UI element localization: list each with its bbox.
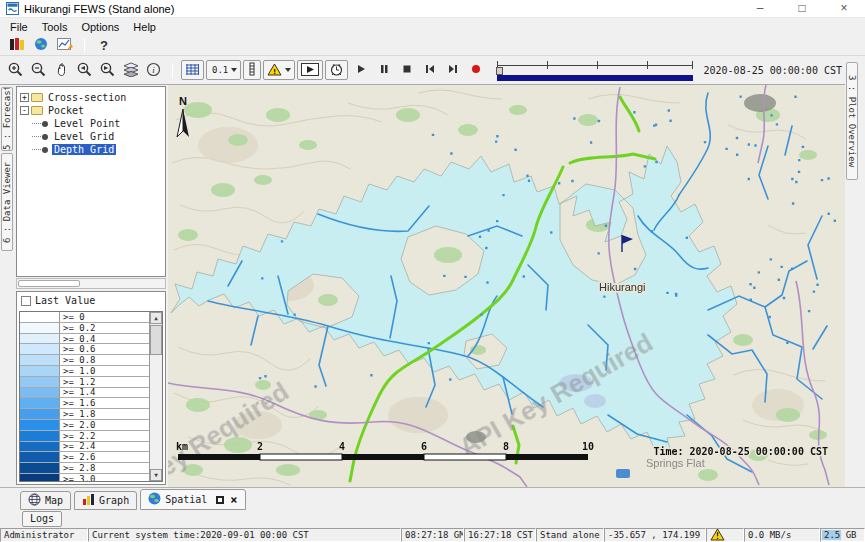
menu-item-tools[interactable]: Tools [35,20,75,34]
info-button[interactable]: i [142,59,165,81]
tree-horizontal-scrollbar[interactable] [16,278,166,289]
legend-row-1-8[interactable]: >= 1.8 [20,409,162,420]
layers-button[interactable] [119,59,142,81]
pan-hand-button[interactable] [50,59,73,81]
zoom-out-button[interactable] [27,59,50,81]
globe-button[interactable] [29,36,53,54]
play-button[interactable] [349,59,372,81]
record-button[interactable] [464,59,487,81]
tab-maximize-icon[interactable] [216,496,224,504]
svg-text:!: ! [273,67,276,76]
last-value-checkbox[interactable] [21,296,31,306]
tab-graph[interactable]: Graph [74,491,137,510]
pause-button[interactable] [372,59,395,81]
scroll-up-icon[interactable]: ▲ [150,312,162,324]
zoom-out-icon [30,61,47,80]
zoom-next-button[interactable] [96,59,119,81]
legend-row-0-4[interactable]: >= 0.4 [20,334,162,345]
legend-value-label: >= 2.4 [60,441,96,451]
scroll-down-icon[interactable]: ▼ [150,469,162,481]
tree-node-level-point[interactable]: Level Point [17,117,165,130]
tab-close-icon[interactable]: × [230,495,237,505]
status-memory: 2.5 GB [820,528,865,542]
close-button[interactable]: × [823,0,865,18]
animation-button[interactable] [297,60,323,80]
map-toolbar: i0.1!2020-08-25 00:00:00 CST [0,56,845,85]
maximize-button[interactable]: □ [781,0,823,18]
legend-row-2-6[interactable]: >= 2.6 [20,452,162,463]
window-title: Hikurangi FEWS (Stand alone) [24,3,174,15]
legend-row-0-6[interactable]: >= 0.6 [20,344,162,355]
status-text: 16:27:18 CST [468,530,533,540]
scrollbar-thumb[interactable] [18,280,80,287]
legend-row-2-8[interactable]: >= 2.8 [20,463,162,474]
expand-icon[interactable]: + [20,93,29,102]
tab-map[interactable]: Map [20,491,71,510]
bottom-tab-bar: MapGraphSpatial× [0,487,865,510]
stop-button[interactable] [395,59,418,81]
tab-label: Map [45,495,63,506]
legend-row-0-2[interactable]: >= 0.2 [20,323,162,334]
menu-item-file[interactable]: File [3,20,35,34]
tree-label: Cross-section [46,92,128,103]
decimal-dropdown[interactable]: 0.1 [206,60,241,80]
legend-value-label: >= 2.2 [60,431,96,441]
leaf-bullet-icon [42,121,48,127]
menu-item-help[interactable]: Help [126,20,163,34]
grid-button[interactable] [181,60,204,80]
tree-node-level-grid[interactable]: Level Grid [17,130,165,143]
animation-icon [301,63,319,78]
tree-node-cross-section[interactable]: +Cross-section [17,91,165,104]
legend-row-2-2[interactable]: >= 2.2 [20,431,162,442]
status-coordinates: -35.657 , 174.199 [604,528,706,542]
leaf-bullet-icon [42,147,48,153]
help-button[interactable]: ? [92,36,116,54]
legend-swatch [20,388,60,398]
legend-row-1-2[interactable]: >= 1.2 [20,377,162,388]
legend-swatch [20,366,60,376]
legend-row-0[interactable]: >= 0 [20,312,162,323]
zoom-previous-button[interactable] [73,59,96,81]
tab-spatial[interactable]: Spatial× [140,489,245,510]
menu-item-options[interactable]: Options [74,20,126,34]
legend-row-0-8[interactable]: >= 0.8 [20,355,162,366]
step-forward-button[interactable] [441,59,464,81]
collapse-icon[interactable]: - [20,106,29,115]
left-tab-6-data-viewer[interactable]: 6 : Data Viewer [1,153,13,251]
status-bar: AdministratorCurrent system time:2020-09… [0,528,865,542]
right-tab-3-plot-overview[interactable]: 3 : Plot Overview [846,62,858,180]
timer-button[interactable] [325,60,348,80]
legend-row-2-0[interactable]: >= 2.0 [20,420,162,431]
legend-row-2-4[interactable]: >= 2.4 [20,442,162,453]
timeseries-button[interactable] [53,36,77,54]
layers-icon [122,62,140,79]
legend-scrollbar[interactable]: ▲ ▼ [149,312,162,481]
last-value-label: Last Value [35,295,95,306]
legend-swatch [20,377,60,387]
tree-node-pocket[interactable]: -Pocket [17,104,165,117]
map-time-label: Time: 2020-08-25 00:00:00 CST [653,446,828,457]
scalebar-button[interactable] [243,60,261,80]
scale-tick: 8 [503,441,509,452]
legend-row-1-6[interactable]: >= 1.6 [20,398,162,409]
legend-swatch [20,463,60,473]
legend-row-1-0[interactable]: >= 1.0 [20,366,162,377]
scrollbar-thumb[interactable] [150,325,162,355]
timeline-slider[interactable] [495,58,694,82]
legend-value-label: >= 2.6 [60,452,96,462]
minimize-button[interactable]: – [739,0,781,18]
step-back-button[interactable] [418,59,441,81]
timeline-thumb[interactable] [496,67,503,75]
left-tab-5-forecast[interactable]: 5 : Forecast [1,87,13,151]
tree-node-depth-grid[interactable]: Depth Grid [17,143,165,156]
warning-dropdown[interactable]: ! [263,60,295,80]
legend-row-1-4[interactable]: >= 1.4 [20,388,162,399]
timeline-track[interactable] [497,61,692,69]
database-button[interactable] [5,36,29,54]
legend-row-3-0[interactable]: >= 3.0 [20,474,162,482]
tab-label: Graph [99,495,129,506]
zoom-in-button[interactable] [4,59,27,81]
logs-button[interactable]: Logs [22,511,62,527]
map-view[interactable]: API Key Required API Key Required N km 2… [168,85,845,487]
map-canvas[interactable]: API Key Required API Key Required N km 2… [168,85,845,487]
